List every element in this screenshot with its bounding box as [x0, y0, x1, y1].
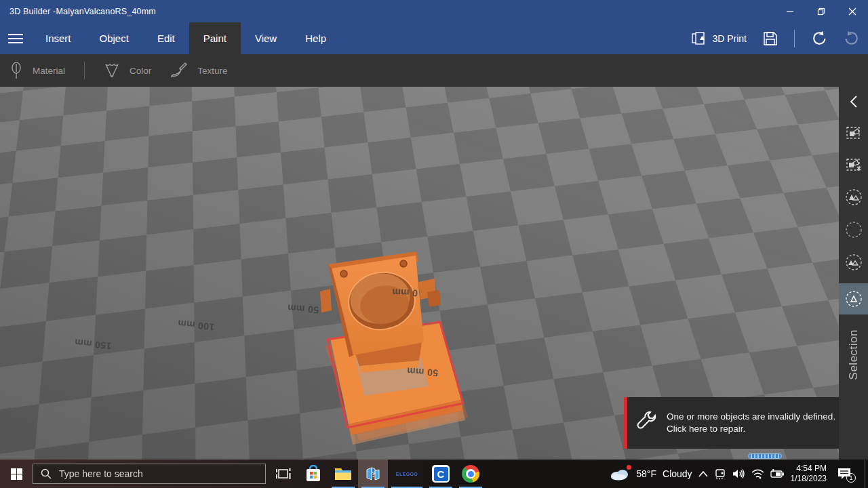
battery-icon	[770, 469, 785, 479]
appbar-separator	[794, 30, 795, 47]
system-tray: 58°F Cloudy	[610, 460, 868, 488]
clock[interactable]: 4:54 PM 1/18/2023	[791, 464, 827, 484]
your-phone-tray-button[interactable]	[714, 468, 726, 480]
chevron-up-icon	[698, 471, 708, 477]
windows-logo-icon	[11, 468, 22, 480]
texture-icon	[170, 62, 188, 79]
repair-notification[interactable]: One or more objects are invalidly define…	[624, 397, 839, 449]
show-desktop-button[interactable]	[865, 460, 865, 488]
grid-label-0mm: 0 mm	[392, 287, 418, 298]
task-view-button[interactable]	[269, 460, 298, 488]
collapse-panel-button[interactable]	[839, 92, 868, 111]
wifi-icon	[751, 469, 764, 479]
elegoo-icon: ELEGOO	[396, 472, 418, 476]
menu-view[interactable]: View	[241, 22, 291, 54]
select-all-button[interactable]	[839, 121, 868, 144]
notification-line2[interactable]: Click here to repair.	[667, 423, 835, 435]
color-label: Color	[130, 66, 151, 76]
task-view-icon	[276, 466, 291, 481]
menu-edit[interactable]: Edit	[143, 22, 189, 54]
clock-date: 1/18/2023	[791, 474, 827, 484]
undo-button[interactable]	[803, 22, 835, 54]
chevron-left-icon	[850, 95, 858, 108]
lasso-select-icon	[845, 221, 863, 239]
material-button[interactable]: Material	[0, 54, 75, 87]
start-button[interactable]	[0, 460, 33, 488]
weather-button[interactable]	[610, 467, 630, 481]
panel-title: Selection	[839, 317, 868, 392]
chrome-icon	[462, 465, 479, 483]
restore-button[interactable]	[806, 0, 837, 22]
selection-tool-icon	[845, 290, 863, 308]
close-button[interactable]	[837, 0, 868, 22]
grid-label-50mm-front: 50 mm	[406, 365, 438, 378]
selection-tool-button[interactable]	[839, 287, 868, 310]
color-icon	[104, 62, 120, 79]
invert-selection-button[interactable]	[839, 186, 868, 209]
device-icon	[714, 468, 726, 480]
speaker-icon	[732, 468, 745, 479]
texture-button[interactable]: Texture	[161, 54, 237, 87]
taskbar-search[interactable]	[33, 464, 266, 484]
texture-label: Texture	[197, 66, 227, 76]
save-button[interactable]	[755, 22, 786, 54]
3d-viewport[interactable]: 150 mm 100 mm 50 mm 50 mm	[0, 87, 839, 460]
chrome-button[interactable]	[456, 460, 486, 488]
cura-app-button[interactable]: C	[426, 460, 456, 488]
3d-builder-window: 3D Builder -MalyanValcanoRS_40mm I	[0, 0, 868, 488]
weather-alert-dot	[627, 465, 631, 470]
minimize-button[interactable]	[774, 0, 806, 22]
selection-side-panel: Selection	[839, 87, 868, 460]
search-input[interactable]	[59, 468, 265, 479]
network-tray-button[interactable]	[751, 469, 764, 479]
menu-insert[interactable]: Insert	[31, 22, 85, 54]
menubar: Insert Object Edit Paint View Help 3D Pr…	[0, 22, 868, 54]
action-center-button[interactable]: 1	[833, 468, 856, 480]
3d-print-icon	[691, 31, 706, 46]
battery-tray-button[interactable]	[770, 469, 785, 479]
invert-selection-icon	[845, 188, 863, 206]
hamburger-icon	[8, 33, 23, 44]
file-explorer-button[interactable]	[328, 460, 358, 488]
microsoft-store-icon	[305, 465, 321, 483]
cura-icon: C	[432, 465, 450, 483]
search-icon	[41, 468, 52, 479]
volume-tray-button[interactable]	[732, 468, 745, 479]
select-all-icon	[846, 125, 862, 141]
deselect-all-icon	[846, 157, 862, 173]
color-button[interactable]: Color	[94, 54, 161, 87]
deselect-all-button[interactable]	[839, 153, 868, 176]
weather-temperature[interactable]: 58°F	[636, 468, 656, 479]
material-icon	[9, 62, 23, 79]
3d-builder-taskbar-button[interactable]	[358, 460, 388, 488]
redo-icon	[844, 30, 860, 47]
file-explorer-icon	[334, 466, 352, 481]
select-visible-button[interactable]	[839, 251, 868, 274]
taskbar: ELEGOO C	[0, 460, 868, 488]
3d-builder-icon	[365, 466, 381, 482]
paint-toolbar: Material Color Texture	[0, 54, 868, 87]
progress-indicator	[748, 453, 782, 459]
menu-object[interactable]: Object	[85, 22, 143, 54]
hamburger-menu-button[interactable]	[0, 22, 31, 54]
redo-button[interactable]	[835, 22, 868, 54]
save-icon	[763, 31, 778, 46]
notification-line1: One or more objects are invalidly define…	[667, 411, 835, 423]
3d-model-fan-duct[interactable]	[285, 243, 502, 446]
microsoft-store-button[interactable]	[298, 460, 328, 488]
undo-icon	[811, 30, 827, 47]
tray-overflow-button[interactable]	[698, 471, 708, 477]
titlebar: 3D Builder -MalyanValcanoRS_40mm	[0, 0, 868, 22]
elegoo-app-button[interactable]: ELEGOO	[388, 460, 426, 488]
menu-help[interactable]: Help	[291, 22, 340, 54]
material-label: Material	[33, 66, 65, 76]
clock-time: 4:54 PM	[791, 464, 827, 474]
window-title: 3D Builder -MalyanValcanoRS_40mm	[9, 7, 156, 16]
menu-paint[interactable]: Paint	[189, 22, 241, 54]
lasso-select-button[interactable]	[839, 218, 868, 241]
weather-condition[interactable]: Cloudy	[663, 468, 692, 479]
wrench-icon	[635, 410, 658, 433]
toolbar-separator	[84, 62, 85, 79]
notification-count-badge: 1	[846, 473, 856, 483]
3d-print-button[interactable]: 3D Print	[683, 22, 755, 54]
